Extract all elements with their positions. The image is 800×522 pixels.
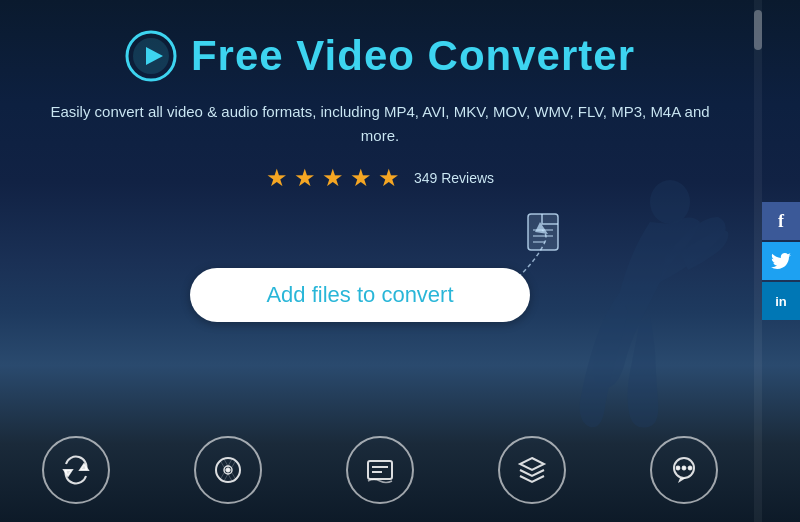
scrollbar-thumb[interactable] (754, 10, 762, 50)
chat-icon-button[interactable] (650, 436, 718, 504)
svg-marker-19 (520, 458, 544, 470)
reviews-count: 349 Reviews (414, 170, 494, 186)
twitter-icon (771, 253, 791, 269)
bottom-icons-row (0, 436, 760, 504)
title-row: Free Video Converter (125, 30, 635, 82)
scrollbar[interactable] (754, 0, 762, 522)
chat-icon (668, 454, 700, 486)
subtitles-icon-button[interactable] (346, 436, 414, 504)
facebook-button[interactable]: f (762, 202, 800, 240)
file-drop-area: Add files to convert (190, 212, 570, 322)
svg-rect-5 (528, 214, 558, 250)
social-sidebar: f in (762, 202, 800, 320)
linkedin-button[interactable]: in (762, 282, 800, 320)
svg-rect-16 (368, 461, 392, 479)
app-title: Free Video Converter (191, 32, 635, 80)
layers-icon (516, 454, 548, 486)
svg-point-13 (227, 469, 230, 472)
convert-icon-button[interactable] (42, 436, 110, 504)
convert-icon (60, 454, 92, 486)
play-icon (125, 30, 177, 82)
star-4: ★ (350, 164, 372, 192)
twitter-button[interactable] (762, 242, 800, 280)
disc-icon (212, 454, 244, 486)
add-files-button[interactable]: Add files to convert (190, 268, 530, 322)
svg-point-21 (677, 467, 680, 470)
star-5-half: ★ (378, 164, 400, 192)
disc-icon-button[interactable] (194, 436, 262, 504)
layers-icon-button[interactable] (498, 436, 566, 504)
star-3: ★ (322, 164, 344, 192)
stars-row: ★ ★ ★ ★ ★ 349 Reviews (266, 164, 494, 192)
linkedin-icon: in (775, 294, 787, 309)
svg-point-22 (683, 467, 686, 470)
facebook-icon: f (778, 211, 784, 232)
star-1: ★ (266, 164, 288, 192)
star-2: ★ (294, 164, 316, 192)
subtitle: Easily convert all video & audio formats… (40, 100, 720, 148)
svg-point-23 (689, 467, 692, 470)
subtitles-icon (364, 454, 396, 486)
